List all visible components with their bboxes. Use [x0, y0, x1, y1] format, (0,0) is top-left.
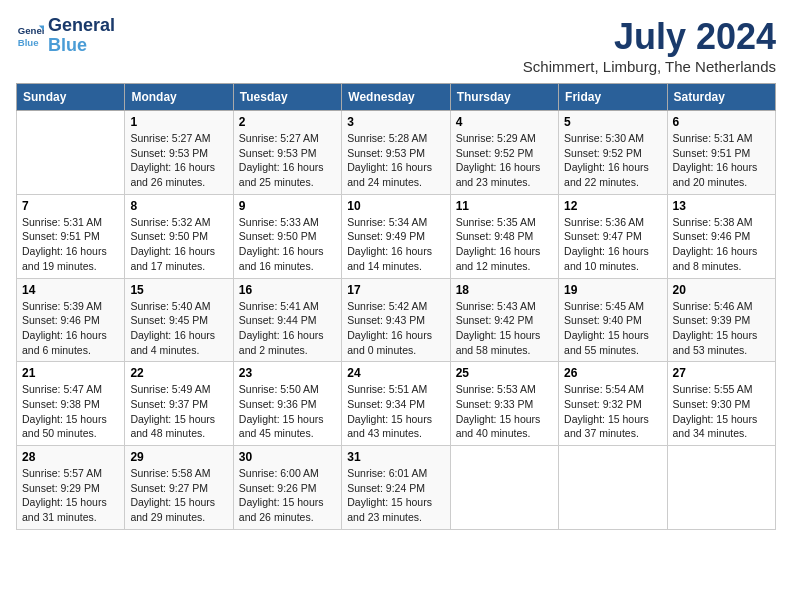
logo-icon: General Blue	[16, 22, 44, 50]
calendar-cell: 12Sunrise: 5:36 AMSunset: 9:47 PMDayligh…	[559, 194, 667, 278]
day-number: 31	[347, 450, 444, 464]
calendar-cell	[17, 111, 125, 195]
calendar-cell: 30Sunrise: 6:00 AMSunset: 9:26 PMDayligh…	[233, 446, 341, 530]
day-number: 25	[456, 366, 553, 380]
calendar-cell: 29Sunrise: 5:58 AMSunset: 9:27 PMDayligh…	[125, 446, 233, 530]
svg-text:General: General	[18, 25, 44, 36]
day-number: 29	[130, 450, 227, 464]
day-number: 12	[564, 199, 661, 213]
day-info: Sunrise: 5:49 AMSunset: 9:37 PMDaylight:…	[130, 382, 227, 441]
day-number: 27	[673, 366, 770, 380]
calendar-week-row: 1Sunrise: 5:27 AMSunset: 9:53 PMDaylight…	[17, 111, 776, 195]
calendar-week-row: 28Sunrise: 5:57 AMSunset: 9:29 PMDayligh…	[17, 446, 776, 530]
calendar-cell: 28Sunrise: 5:57 AMSunset: 9:29 PMDayligh…	[17, 446, 125, 530]
day-info: Sunrise: 5:51 AMSunset: 9:34 PMDaylight:…	[347, 382, 444, 441]
calendar-cell: 22Sunrise: 5:49 AMSunset: 9:37 PMDayligh…	[125, 362, 233, 446]
calendar-cell: 20Sunrise: 5:46 AMSunset: 9:39 PMDayligh…	[667, 278, 775, 362]
day-info: Sunrise: 5:33 AMSunset: 9:50 PMDaylight:…	[239, 215, 336, 274]
calendar-cell: 4Sunrise: 5:29 AMSunset: 9:52 PMDaylight…	[450, 111, 558, 195]
location: Schimmert, Limburg, The Netherlands	[523, 58, 776, 75]
calendar-cell: 8Sunrise: 5:32 AMSunset: 9:50 PMDaylight…	[125, 194, 233, 278]
day-info: Sunrise: 5:35 AMSunset: 9:48 PMDaylight:…	[456, 215, 553, 274]
day-header-saturday: Saturday	[667, 84, 775, 111]
calendar-cell: 1Sunrise: 5:27 AMSunset: 9:53 PMDaylight…	[125, 111, 233, 195]
calendar-cell: 21Sunrise: 5:47 AMSunset: 9:38 PMDayligh…	[17, 362, 125, 446]
calendar-cell: 9Sunrise: 5:33 AMSunset: 9:50 PMDaylight…	[233, 194, 341, 278]
day-info: Sunrise: 5:34 AMSunset: 9:49 PMDaylight:…	[347, 215, 444, 274]
day-info: Sunrise: 5:41 AMSunset: 9:44 PMDaylight:…	[239, 299, 336, 358]
day-header-friday: Friday	[559, 84, 667, 111]
day-info: Sunrise: 5:47 AMSunset: 9:38 PMDaylight:…	[22, 382, 119, 441]
calendar-cell: 2Sunrise: 5:27 AMSunset: 9:53 PMDaylight…	[233, 111, 341, 195]
day-number: 13	[673, 199, 770, 213]
day-number: 4	[456, 115, 553, 129]
day-info: Sunrise: 5:39 AMSunset: 9:46 PMDaylight:…	[22, 299, 119, 358]
day-info: Sunrise: 5:55 AMSunset: 9:30 PMDaylight:…	[673, 382, 770, 441]
day-number: 11	[456, 199, 553, 213]
calendar-cell: 5Sunrise: 5:30 AMSunset: 9:52 PMDaylight…	[559, 111, 667, 195]
calendar-header-row: SundayMondayTuesdayWednesdayThursdayFrid…	[17, 84, 776, 111]
calendar-table: SundayMondayTuesdayWednesdayThursdayFrid…	[16, 83, 776, 530]
calendar-cell	[667, 446, 775, 530]
day-info: Sunrise: 5:30 AMSunset: 9:52 PMDaylight:…	[564, 131, 661, 190]
calendar-cell: 13Sunrise: 5:38 AMSunset: 9:46 PMDayligh…	[667, 194, 775, 278]
day-info: Sunrise: 5:40 AMSunset: 9:45 PMDaylight:…	[130, 299, 227, 358]
day-header-monday: Monday	[125, 84, 233, 111]
day-number: 16	[239, 283, 336, 297]
calendar-cell: 18Sunrise: 5:43 AMSunset: 9:42 PMDayligh…	[450, 278, 558, 362]
logo-text: General Blue	[48, 16, 115, 56]
day-number: 21	[22, 366, 119, 380]
day-number: 14	[22, 283, 119, 297]
calendar-week-row: 7Sunrise: 5:31 AMSunset: 9:51 PMDaylight…	[17, 194, 776, 278]
day-header-thursday: Thursday	[450, 84, 558, 111]
calendar-cell: 14Sunrise: 5:39 AMSunset: 9:46 PMDayligh…	[17, 278, 125, 362]
logo: General Blue General Blue	[16, 16, 115, 56]
day-number: 15	[130, 283, 227, 297]
calendar-cell: 25Sunrise: 5:53 AMSunset: 9:33 PMDayligh…	[450, 362, 558, 446]
day-number: 9	[239, 199, 336, 213]
day-number: 26	[564, 366, 661, 380]
day-number: 3	[347, 115, 444, 129]
calendar-cell: 11Sunrise: 5:35 AMSunset: 9:48 PMDayligh…	[450, 194, 558, 278]
calendar-cell: 19Sunrise: 5:45 AMSunset: 9:40 PMDayligh…	[559, 278, 667, 362]
day-header-wednesday: Wednesday	[342, 84, 450, 111]
day-info: Sunrise: 5:27 AMSunset: 9:53 PMDaylight:…	[130, 131, 227, 190]
day-number: 1	[130, 115, 227, 129]
day-number: 24	[347, 366, 444, 380]
day-info: Sunrise: 5:36 AMSunset: 9:47 PMDaylight:…	[564, 215, 661, 274]
calendar-cell: 7Sunrise: 5:31 AMSunset: 9:51 PMDaylight…	[17, 194, 125, 278]
calendar-cell: 24Sunrise: 5:51 AMSunset: 9:34 PMDayligh…	[342, 362, 450, 446]
day-number: 8	[130, 199, 227, 213]
calendar-week-row: 14Sunrise: 5:39 AMSunset: 9:46 PMDayligh…	[17, 278, 776, 362]
day-info: Sunrise: 5:38 AMSunset: 9:46 PMDaylight:…	[673, 215, 770, 274]
calendar-cell: 26Sunrise: 5:54 AMSunset: 9:32 PMDayligh…	[559, 362, 667, 446]
day-info: Sunrise: 5:29 AMSunset: 9:52 PMDaylight:…	[456, 131, 553, 190]
day-number: 7	[22, 199, 119, 213]
calendar-cell: 23Sunrise: 5:50 AMSunset: 9:36 PMDayligh…	[233, 362, 341, 446]
calendar-cell: 3Sunrise: 5:28 AMSunset: 9:53 PMDaylight…	[342, 111, 450, 195]
day-info: Sunrise: 6:01 AMSunset: 9:24 PMDaylight:…	[347, 466, 444, 525]
day-info: Sunrise: 5:46 AMSunset: 9:39 PMDaylight:…	[673, 299, 770, 358]
calendar-cell: 16Sunrise: 5:41 AMSunset: 9:44 PMDayligh…	[233, 278, 341, 362]
month-title: July 2024	[523, 16, 776, 58]
calendar-week-row: 21Sunrise: 5:47 AMSunset: 9:38 PMDayligh…	[17, 362, 776, 446]
calendar-body: 1Sunrise: 5:27 AMSunset: 9:53 PMDaylight…	[17, 111, 776, 530]
calendar-cell: 6Sunrise: 5:31 AMSunset: 9:51 PMDaylight…	[667, 111, 775, 195]
day-info: Sunrise: 5:58 AMSunset: 9:27 PMDaylight:…	[130, 466, 227, 525]
page-header: General Blue General Blue July 2024 Schi…	[16, 16, 776, 75]
day-info: Sunrise: 5:53 AMSunset: 9:33 PMDaylight:…	[456, 382, 553, 441]
day-info: Sunrise: 5:57 AMSunset: 9:29 PMDaylight:…	[22, 466, 119, 525]
day-info: Sunrise: 5:54 AMSunset: 9:32 PMDaylight:…	[564, 382, 661, 441]
day-info: Sunrise: 6:00 AMSunset: 9:26 PMDaylight:…	[239, 466, 336, 525]
day-info: Sunrise: 5:42 AMSunset: 9:43 PMDaylight:…	[347, 299, 444, 358]
calendar-cell: 15Sunrise: 5:40 AMSunset: 9:45 PMDayligh…	[125, 278, 233, 362]
day-info: Sunrise: 5:32 AMSunset: 9:50 PMDaylight:…	[130, 215, 227, 274]
day-number: 18	[456, 283, 553, 297]
day-number: 20	[673, 283, 770, 297]
day-number: 23	[239, 366, 336, 380]
day-number: 5	[564, 115, 661, 129]
day-header-tuesday: Tuesday	[233, 84, 341, 111]
calendar-cell: 31Sunrise: 6:01 AMSunset: 9:24 PMDayligh…	[342, 446, 450, 530]
day-header-sunday: Sunday	[17, 84, 125, 111]
day-number: 17	[347, 283, 444, 297]
